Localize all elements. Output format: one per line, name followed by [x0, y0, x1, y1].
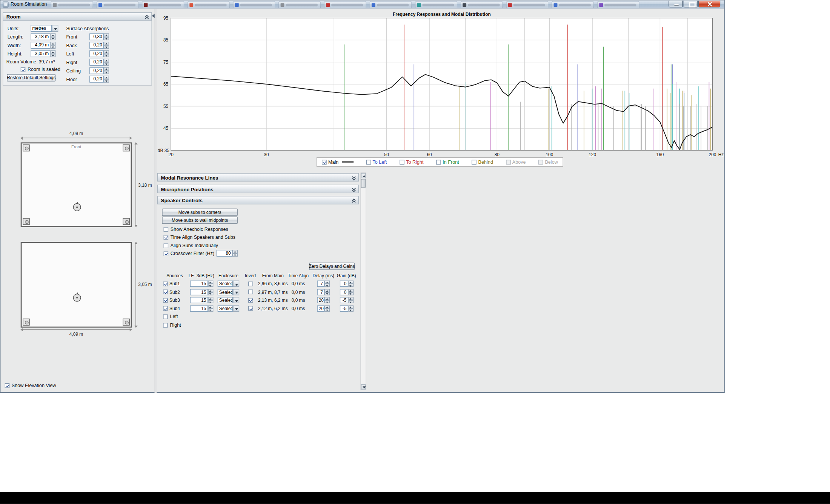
sub2-delay-spinner[interactable]: 7 — [317, 289, 330, 295]
speaker-icon-sub1[interactable] — [23, 144, 29, 151]
sub2-gain-spinner[interactable]: 0 — [340, 289, 353, 295]
spinner-arrows[interactable] — [50, 33, 55, 40]
spinner-arrows[interactable] — [348, 305, 354, 312]
expand-section-button[interactable] — [350, 175, 357, 181]
spinner-arrows[interactable] — [104, 50, 109, 57]
length-spinner[interactable]: 3,18 m — [31, 33, 55, 40]
down-arrow-icon[interactable] — [348, 284, 354, 287]
background-tab[interactable] — [278, 1, 321, 8]
sub2-lf-spinner[interactable]: 15 — [190, 289, 213, 295]
vertical-scrollbar[interactable] — [360, 172, 366, 390]
ceiling-absorption-spinner[interactable]: 0,20 — [89, 67, 109, 74]
down-arrow-icon[interactable] — [50, 45, 55, 49]
dropdown-arrow-icon[interactable] — [52, 25, 58, 32]
spinner-arrows[interactable] — [232, 250, 238, 257]
up-arrow-icon[interactable] — [232, 250, 238, 253]
spinner-arrows[interactable] — [50, 42, 55, 49]
down-arrow-icon[interactable] — [208, 292, 213, 295]
legend-item-in-front[interactable]: In Front — [436, 159, 459, 164]
spinner-arrows[interactable] — [348, 289, 354, 295]
floor-absorption-spinner[interactable]: 0,20 — [89, 76, 109, 83]
spinner-arrows[interactable] — [324, 305, 330, 312]
spinner-value[interactable]: -5 — [340, 297, 348, 303]
down-arrow-icon[interactable] — [104, 71, 109, 74]
legend-item-below[interactable]: Below — [539, 159, 558, 164]
down-arrow-icon[interactable] — [104, 62, 109, 66]
spinner-arrows[interactable] — [208, 305, 213, 312]
sub1-gain-spinner[interactable]: 0 — [340, 281, 353, 287]
crossover-value[interactable]: 80 — [217, 250, 232, 257]
dropdown-arrow-icon[interactable] — [233, 289, 239, 295]
expand-section-button[interactable] — [350, 186, 357, 193]
sub4-enclosure-select[interactable]: Sealed — [218, 305, 240, 312]
length-value[interactable]: 3,18 m — [31, 33, 50, 40]
width-spinner[interactable]: 4,09 m — [31, 42, 55, 49]
up-arrow-icon[interactable] — [348, 305, 354, 308]
sub2-enable-checkbox[interactable] — [163, 290, 168, 295]
left-source-checkbox[interactable] — [163, 314, 168, 319]
right-source-checkbox[interactable] — [163, 323, 168, 327]
spinner-arrows[interactable] — [104, 33, 109, 40]
left-absorption-spinner[interactable]: 0,20 — [89, 50, 109, 57]
maximize-button[interactable] — [683, 0, 698, 7]
room-section-header[interactable]: Room — [3, 12, 152, 20]
units-value[interactable]: metres — [31, 25, 52, 32]
up-arrow-icon[interactable] — [50, 50, 55, 54]
up-arrow-icon[interactable] — [324, 289, 330, 292]
sub4-invert-checkbox[interactable] — [248, 306, 253, 311]
spinner-arrows[interactable] — [208, 281, 213, 287]
spinner-arrows[interactable] — [324, 297, 330, 303]
background-tab[interactable] — [142, 1, 184, 8]
height-spinner[interactable]: 3,05 m — [31, 50, 55, 57]
combo-value[interactable]: Sealed — [218, 289, 233, 295]
sub3-invert-checkbox[interactable] — [248, 298, 253, 303]
left-absorption-value[interactable]: 0,20 — [89, 50, 104, 57]
up-arrow-icon[interactable] — [348, 289, 354, 292]
background-tab[interactable] — [552, 1, 594, 8]
down-arrow-icon[interactable] — [104, 37, 109, 40]
down-arrow-icon[interactable] — [104, 45, 109, 49]
up-arrow-icon[interactable] — [324, 297, 330, 300]
up-arrow-icon[interactable] — [348, 281, 354, 284]
listener-icon[interactable] — [73, 203, 81, 211]
legend-item-behind[interactable]: Behind — [472, 159, 493, 164]
spinner-value[interactable]: -5 — [340, 305, 348, 312]
background-tab[interactable] — [51, 1, 93, 8]
speaker-icon-sub3[interactable] — [23, 218, 29, 225]
up-arrow-icon[interactable] — [348, 297, 354, 300]
spinner-value[interactable]: 15 — [190, 289, 208, 295]
legend-item-main[interactable]: Main — [322, 159, 354, 164]
front-absorption-value[interactable]: 0,30 — [89, 33, 104, 40]
down-arrow-icon[interactable] — [104, 79, 109, 83]
dropdown-arrow-icon[interactable] — [233, 305, 239, 312]
section-microphone-positions[interactable]: Microphone Positions — [157, 185, 359, 193]
spinner-arrows[interactable] — [324, 281, 330, 287]
section-modal-resonance-lines[interactable]: Modal Resonance Lines — [157, 173, 359, 181]
spinner-arrows[interactable] — [104, 42, 109, 49]
spinner-value[interactable]: 20 — [317, 297, 324, 303]
spinner-arrows[interactable] — [50, 50, 55, 57]
down-arrow-icon[interactable] — [348, 292, 354, 295]
time-align-checkbox[interactable] — [164, 235, 169, 240]
legend-item-to-right[interactable]: To Right — [400, 159, 423, 164]
sub4-delay-spinner[interactable]: 20 — [317, 305, 330, 312]
combo-value[interactable]: Sealed — [218, 281, 233, 287]
legend-checkbox[interactable] — [436, 160, 441, 164]
sub3-lf-spinner[interactable]: 15 — [190, 297, 213, 303]
splitpane-divider[interactable] — [155, 9, 157, 393]
floor-absorption-value[interactable]: 0,20 — [89, 76, 104, 83]
width-value[interactable]: 4,09 m — [31, 42, 50, 49]
legend-checkbox[interactable] — [322, 160, 327, 164]
legend-checkbox[interactable] — [472, 160, 477, 164]
down-arrow-icon[interactable] — [50, 37, 55, 40]
down-arrow-icon[interactable] — [50, 54, 55, 57]
speaker-icon-left[interactable] — [23, 319, 29, 326]
restore-defaults-button[interactable]: Restore Default Settings — [7, 74, 55, 81]
listener-icon[interactable] — [73, 294, 81, 302]
spinner-arrows[interactable] — [104, 76, 109, 83]
back-absorption-value[interactable]: 0,20 — [89, 42, 104, 49]
section-speaker-controls[interactable]: Speaker Controls — [157, 196, 359, 204]
sub3-enclosure-select[interactable]: Sealed — [218, 297, 240, 303]
up-arrow-icon[interactable] — [208, 289, 213, 292]
zero-delays-gains-button[interactable]: Zero Delays and Gains — [309, 263, 355, 270]
